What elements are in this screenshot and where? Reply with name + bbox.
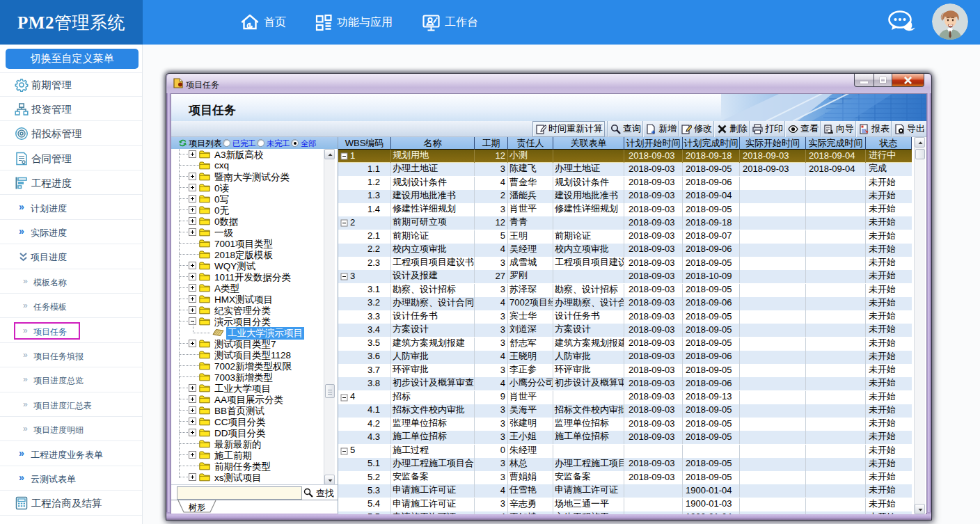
- svg-text:树形: 树形: [188, 502, 205, 512]
